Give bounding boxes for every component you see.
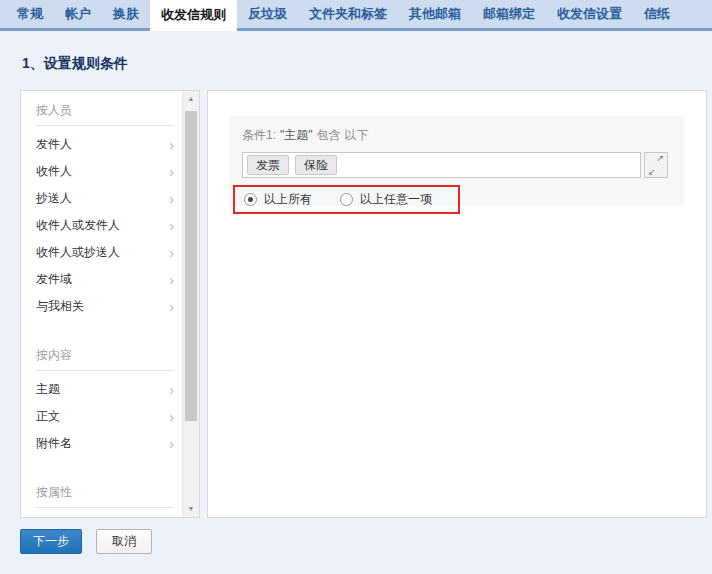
condition-card: 条件1:"主题"包含以下 发票 保险 ↗ ↙ 以上所有 以上任意一项 [229, 116, 684, 206]
tab-antispam[interactable]: 反垃圾 [237, 0, 298, 28]
criteria-sidebar: 按人员 发件人 › 收件人 › 抄送人 › 收件人或发件人 › 收件人或抄送人 … [20, 90, 200, 518]
sidebar-scrollbar[interactable]: ▲ ▼ [182, 91, 199, 517]
criteria-list: 按人员 发件人 › 收件人 › 抄送人 › 收件人或发件人 › 收件人或抄送人 … [21, 91, 182, 517]
scroll-up-arrow-icon[interactable]: ▲ [183, 91, 199, 107]
sidebar-item-label: 收件人或发件人 [36, 217, 120, 234]
expand-icon: ↗ [656, 153, 664, 163]
expand-icon: ↙ [648, 167, 656, 177]
tab-folders-labels[interactable]: 文件夹和标签 [298, 0, 398, 28]
rule-condition-panel: 条件1:"主题"包含以下 发票 保险 ↗ ↙ 以上所有 以上任意一项 [207, 90, 707, 518]
next-step-button[interactable]: 下一步 [20, 529, 82, 554]
sidebar-item-body[interactable]: 正文 › [36, 403, 174, 430]
tab-send-receive-settings[interactable]: 收发信设置 [546, 0, 633, 28]
tab-mailbox-binding[interactable]: 邮箱绑定 [472, 0, 546, 28]
divider [36, 125, 174, 126]
settings-tab-bar: 常规 帐户 换肤 收发信规则 反垃圾 文件夹和标签 其他邮箱 邮箱绑定 收发信设… [0, 0, 712, 31]
keywords-input[interactable]: 发票 保险 [242, 152, 641, 178]
expand-input-button[interactable]: ↗ ↙ [644, 152, 668, 178]
radio-label: 以上任意一项 [360, 191, 432, 208]
sidebar-item-sender-domain[interactable]: 发件域 › [36, 266, 174, 293]
chevron-right-icon: › [169, 219, 174, 233]
group-by-person: 按人员 发件人 › 收件人 › 抄送人 › 收件人或发件人 › 收件人或抄送人 … [36, 101, 174, 320]
divider [36, 370, 174, 371]
keyword-tag[interactable]: 保险 [295, 155, 337, 175]
group-header: 按人员 [36, 101, 174, 119]
sidebar-item-label: 发件域 [36, 271, 72, 288]
sidebar-item-subject[interactable]: 主题 › [36, 376, 174, 403]
sidebar-item-label: 与我相关 [36, 298, 84, 315]
sidebar-item-label: 收件人 [36, 163, 72, 180]
chevron-right-icon: › [169, 138, 174, 152]
chevron-right-icon: › [169, 410, 174, 424]
group-header: 按属性 [36, 483, 174, 501]
scrollbar-thumb[interactable] [185, 111, 197, 421]
chevron-right-icon: › [169, 437, 174, 451]
keywords-row: 发票 保险 ↗ ↙ [242, 152, 668, 178]
tab-skin[interactable]: 换肤 [102, 0, 150, 28]
chevron-right-icon: › [169, 165, 174, 179]
sidebar-item-related-to-me[interactable]: 与我相关 › [36, 293, 174, 320]
sidebar-item-sender[interactable]: 发件人 › [36, 131, 174, 158]
match-mode-highlight-box: 以上所有 以上任意一项 [233, 185, 460, 214]
sidebar-item-label: 附件名 [36, 435, 72, 452]
cancel-button[interactable]: 取消 [96, 529, 152, 554]
sidebar-item-label: 抄送人 [36, 190, 72, 207]
radio-label: 以上所有 [264, 191, 312, 208]
chevron-right-icon: › [169, 273, 174, 287]
sidebar-item-label: 发件人 [36, 136, 72, 153]
chevron-right-icon: › [169, 246, 174, 260]
radio-option-match-any[interactable]: 以上任意一项 [340, 191, 432, 208]
sidebar-item-recipient[interactable]: 收件人 › [36, 158, 174, 185]
sidebar-item-recipient-or-cc[interactable]: 收件人或抄送人 › [36, 239, 174, 266]
sidebar-item-label: 收件人或抄送人 [36, 244, 120, 261]
scroll-down-arrow-icon[interactable]: ▼ [183, 501, 199, 517]
condition-suffix: 以下 [345, 128, 369, 142]
radio-selected-icon[interactable] [244, 193, 257, 206]
tab-mail-rules[interactable]: 收发信规则 [150, 0, 237, 31]
sidebar-item-priority[interactable]: 优先级 › [36, 513, 174, 517]
condition-field: "主题" [280, 128, 313, 142]
tab-stationery[interactable]: 信纸 [633, 0, 681, 28]
sidebar-item-recipient-or-sender[interactable]: 收件人或发件人 › [36, 212, 174, 239]
sidebar-item-label: 主题 [36, 381, 60, 398]
condition-summary: 条件1:"主题"包含以下 [242, 127, 668, 144]
condition-prefix: 条件1: [242, 128, 276, 142]
group-by-content: 按内容 主题 › 正文 › 附件名 › [36, 346, 174, 457]
footer-actions: 下一步 取消 [20, 529, 152, 554]
page-title: 1、设置规则条件 [22, 55, 128, 73]
group-by-attribute: 按属性 优先级 › [36, 483, 174, 517]
chevron-right-icon: › [169, 383, 174, 397]
condition-operator: 包含 [317, 128, 341, 142]
tab-general[interactable]: 常规 [6, 0, 54, 28]
radio-unselected-icon[interactable] [340, 193, 353, 206]
chevron-right-icon: › [169, 192, 174, 206]
tab-other-mailboxes[interactable]: 其他邮箱 [398, 0, 472, 28]
group-header: 按内容 [36, 346, 174, 364]
sidebar-item-cc[interactable]: 抄送人 › [36, 185, 174, 212]
sidebar-item-label: 正文 [36, 408, 60, 425]
keyword-tag[interactable]: 发票 [247, 155, 289, 175]
chevron-right-icon: › [169, 300, 174, 314]
tab-account[interactable]: 帐户 [54, 0, 102, 28]
divider [36, 507, 174, 508]
radio-option-match-all[interactable]: 以上所有 [244, 191, 312, 208]
sidebar-item-attachment-name[interactable]: 附件名 › [36, 430, 174, 457]
